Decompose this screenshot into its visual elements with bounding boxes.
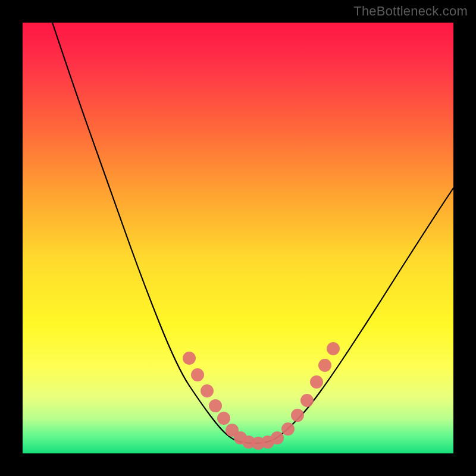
marker-dot xyxy=(209,399,222,412)
marker-group xyxy=(183,342,340,450)
marker-dot xyxy=(300,394,314,407)
marker-dot xyxy=(327,342,340,355)
outer-frame: TheBottleneck.com xyxy=(0,0,476,476)
marker-dot xyxy=(183,352,196,365)
marker-dot xyxy=(318,359,331,372)
bottleneck-curve xyxy=(52,23,453,443)
marker-dot xyxy=(201,384,214,397)
marker-dot xyxy=(191,368,204,381)
marker-dot xyxy=(271,431,284,444)
marker-dot xyxy=(217,412,230,425)
marker-dot xyxy=(310,375,323,389)
marker-dot xyxy=(291,409,304,422)
watermark-text: TheBottleneck.com xyxy=(353,4,468,19)
curve-layer xyxy=(23,23,453,453)
marker-dot xyxy=(281,422,295,436)
plot-area xyxy=(23,23,453,453)
